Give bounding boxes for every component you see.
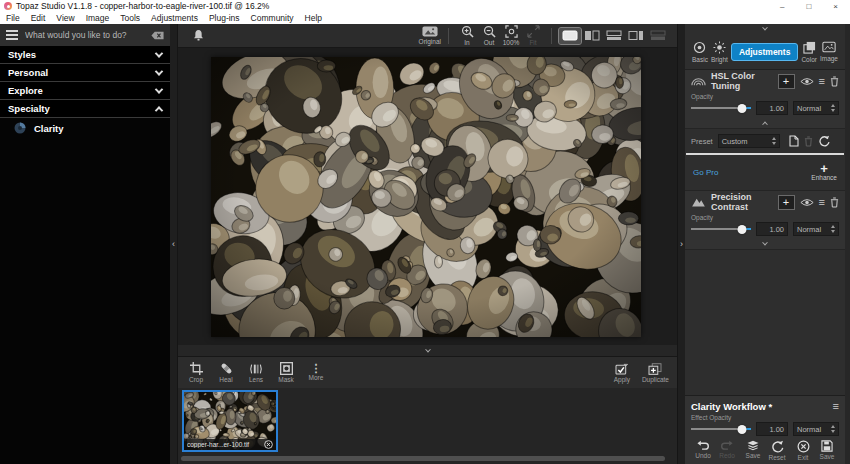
exit-button[interactable]: Exit — [791, 440, 815, 461]
workflow-blend-mode-dropdown[interactable]: Normal — [793, 422, 839, 436]
tab-bright[interactable]: Bright — [711, 41, 728, 63]
hsl-delete-trash-icon[interactable] — [830, 76, 839, 87]
precision-contrast-card: Precision Contrast + ≡ Opacity — [685, 191, 845, 250]
precision-blend-mode-dropdown[interactable]: Normal — [793, 222, 839, 236]
delete-preset-trash-icon[interactable] — [804, 136, 813, 147]
close-button[interactable]: × — [833, 2, 838, 11]
precision-opacity-slider[interactable] — [691, 224, 751, 234]
sidebar-item-clarity[interactable]: Clarity — [0, 118, 170, 138]
canvas-viewport — [178, 48, 677, 345]
hsl-menu-icon[interactable]: ≡ — [819, 75, 825, 87]
menu-help[interactable]: Help — [305, 13, 322, 23]
view-split-disabled-button[interactable] — [647, 28, 669, 44]
tab-image[interactable]: Image — [820, 41, 838, 62]
view-single-button[interactable] — [559, 28, 581, 44]
menu-adjustments[interactable]: Adjustments — [151, 13, 198, 23]
right-panel-scrollbar[interactable] — [845, 24, 850, 464]
preset-dropdown[interactable]: Custom — [718, 134, 780, 148]
enhance-button[interactable]: + Enhance — [811, 164, 837, 181]
tab-basic[interactable]: Basic — [692, 41, 708, 63]
remove-image-icon[interactable] — [264, 440, 273, 449]
menu-edit[interactable]: Edit — [31, 13, 46, 23]
more-tools-button[interactable]: ⋮ More — [306, 364, 326, 381]
precision-add-button[interactable]: + — [778, 195, 795, 210]
workflow-opacity-slider[interactable] — [691, 424, 751, 434]
precision-menu-icon[interactable]: ≡ — [819, 196, 825, 208]
apply-check-icon — [615, 363, 629, 375]
precision-delete-trash-icon[interactable] — [830, 197, 839, 208]
menu-plugins[interactable]: Plug-ins — [209, 13, 240, 23]
tab-color[interactable]: Color — [801, 41, 817, 63]
chevron-down-icon — [762, 239, 768, 245]
collapse-top-panel-arrow[interactable] — [685, 24, 845, 34]
lens-tool-button[interactable]: Lens — [246, 363, 266, 383]
hsl-add-button[interactable]: + — [778, 74, 795, 89]
go-pro-link[interactable]: Go Pro — [693, 168, 718, 177]
filmstrip-scrollbar[interactable] — [181, 456, 665, 461]
sidebar-section-specialty[interactable]: Specialty — [0, 100, 170, 118]
view-split-horizontal-button[interactable] — [603, 28, 625, 44]
reset-preset-icon[interactable] — [818, 135, 830, 147]
heal-tool-button[interactable]: Heal — [216, 362, 236, 383]
menu-file[interactable]: File — [6, 13, 20, 23]
search-input[interactable] — [25, 30, 144, 40]
image-thumbnail-selected[interactable]: copper-har...er-100.tif — [182, 390, 278, 452]
collapse-bottom-panel-arrow[interactable] — [178, 345, 677, 356]
menu-community[interactable]: Community — [251, 13, 294, 23]
zoom-fit-button[interactable]: Fit — [522, 25, 544, 46]
spinner-arrows-icon — [831, 104, 835, 112]
zoom-out-button[interactable]: Out — [478, 25, 500, 46]
view-side-by-side-button[interactable] — [581, 28, 603, 44]
menu-tools[interactable]: Tools — [120, 13, 140, 23]
menu-view[interactable]: View — [56, 13, 74, 23]
redo-button[interactable]: Redo — [715, 440, 739, 459]
hsl-card-header: HSL Color Tuning + ≡ — [685, 70, 845, 92]
collapse-right-panel-arrow[interactable]: › — [677, 24, 685, 464]
precision-expand-arrow[interactable] — [685, 238, 845, 249]
save-stack-icon — [746, 440, 760, 451]
crop-tool-button[interactable]: Crop — [186, 362, 206, 383]
reset-button[interactable]: Reset — [765, 440, 789, 461]
hsl-opacity-slider[interactable] — [691, 103, 751, 113]
precision-visibility-eye-icon[interactable] — [800, 198, 814, 207]
workflow-title: Clarity Workflow * — [691, 401, 833, 412]
maximize-button[interactable]: □ — [806, 2, 811, 11]
hsl-opacity-row: Opacity 1.00 Normal — [685, 92, 845, 117]
zoom-100-icon — [505, 25, 518, 38]
exit-circle-x-icon — [797, 440, 810, 453]
hsl-visibility-eye-icon[interactable] — [800, 77, 814, 86]
apply-button[interactable]: Apply — [612, 363, 632, 383]
canvas-toolbar: Original In Out 100% Fit — [178, 24, 677, 48]
duplicate-button[interactable]: Duplicate — [642, 363, 669, 383]
sidebar-section-explore[interactable]: Explore — [0, 82, 170, 100]
minimize-button[interactable]: – — [780, 2, 784, 11]
clear-search-icon[interactable] — [151, 31, 164, 40]
precision-opacity-value[interactable]: 1.00 — [756, 222, 788, 236]
sidebar-section-personal[interactable]: Personal — [0, 64, 170, 82]
zoom-in-button[interactable]: In — [456, 25, 478, 46]
notifications-bell-icon[interactable] — [192, 29, 205, 42]
hamburger-menu-icon[interactable] — [6, 30, 18, 40]
hsl-opacity-value[interactable]: 1.00 — [756, 101, 788, 115]
original-preview-button[interactable]: Original — [419, 26, 441, 45]
spinner-arrows-icon — [831, 425, 835, 433]
view-split-vertical-button[interactable] — [625, 28, 647, 44]
right-panel-tabs: Basic Bright Adjustments Color Image — [685, 34, 845, 70]
mask-tool-button[interactable]: Mask — [276, 362, 296, 383]
toolbar-divider — [551, 28, 552, 44]
undo-button[interactable]: Undo — [691, 440, 715, 459]
edit-tools-bar: Crop Heal Lens Mask ⋮ More — [178, 356, 677, 388]
save-preset-document-icon[interactable] — [789, 135, 799, 147]
save-workflow-button[interactable]: Save — [741, 440, 765, 459]
workflow-menu-icon[interactable]: ≡ — [833, 400, 839, 412]
collapse-left-panel-arrow[interactable]: ‹ — [170, 24, 178, 464]
tab-adjustments-active[interactable]: Adjustments — [731, 43, 798, 61]
menu-image[interactable]: Image — [86, 13, 110, 23]
hsl-blend-mode-dropdown[interactable]: Normal — [793, 101, 839, 115]
canvas-image[interactable] — [211, 57, 641, 337]
save-file-button[interactable]: Save — [815, 440, 839, 460]
zoom-100-button[interactable]: 100% — [500, 25, 522, 46]
workflow-opacity-value[interactable]: 1.00 — [756, 422, 788, 436]
sidebar-section-styles[interactable]: Styles — [0, 46, 170, 64]
hsl-collapse-arrow[interactable] — [685, 117, 845, 128]
